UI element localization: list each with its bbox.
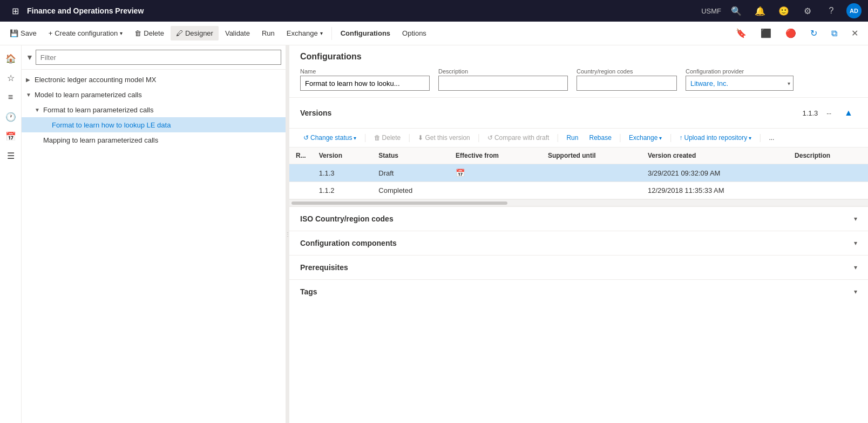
cell-status-2: Completed <box>372 182 449 199</box>
sidebar-item-format-parameterized[interactable]: ▼ Format to learn parameterized calls <box>22 102 286 117</box>
options-button[interactable]: Options <box>397 26 432 41</box>
config-provider-field: Configuration provider Litware, Inc. ▾ <box>686 68 794 91</box>
iso-title: ISO Country/region codes <box>300 214 394 223</box>
badge-button[interactable]: 🔴 <box>780 25 802 42</box>
toolbar-sep-3: | <box>478 133 480 143</box>
toolbar-sep-5: | <box>619 133 621 143</box>
nav-list-button[interactable]: ☰ <box>2 147 19 164</box>
col-status: Status <box>372 147 449 164</box>
components-title: Configuration components <box>300 239 397 247</box>
sidebar-item-mapping-parameterized[interactable]: Mapping to learn parameterized calls <box>22 132 286 147</box>
config-provider-select[interactable]: Litware, Inc. <box>686 76 794 91</box>
versions-run-button[interactable]: Run <box>563 132 581 144</box>
versions-collapse-button[interactable]: ▲ <box>840 104 857 122</box>
filter-input[interactable] <box>36 50 281 65</box>
tree-view: ▶ Electronic ledger accounting model MX … <box>22 70 286 423</box>
tags-section: Tags ▾ <box>289 279 868 304</box>
name-input[interactable] <box>300 76 430 91</box>
upload-repo-button[interactable]: ↑ Upload into repository ▾ <box>676 132 755 144</box>
apps-button[interactable]: ⊞ <box>6 2 24 19</box>
components-section: Configuration components ▾ <box>289 231 868 255</box>
save-button[interactable]: 💾 Save <box>4 26 42 41</box>
left-nav-icons: 🏠 ☆ ≡ 🕐 📅 ☰ <box>0 45 22 423</box>
more-options-button[interactable]: ... <box>765 132 777 144</box>
title-bar: ⊞ Finance and Operations Preview USMF 🔍 … <box>0 0 868 22</box>
toolbar-sep-2: | <box>408 133 410 143</box>
notifications-button[interactable]: 🔔 <box>751 2 769 19</box>
designer-icon: 🖊 <box>176 29 183 37</box>
sidebar-item-model-parameterized[interactable]: ▼ Model to learn parameterized calls <box>22 87 286 102</box>
get-version-button[interactable]: ⬇ Get this version <box>415 132 473 144</box>
col-description: Description <box>788 147 868 164</box>
toolbar-right-icons: 🔖 ⬛ 🔴 ↻ ⧉ ✕ <box>730 25 864 42</box>
title-bar-left: ⊞ Finance and Operations Preview <box>6 2 697 19</box>
prerequisites-section-header[interactable]: Prerequisites ▾ <box>289 256 868 279</box>
sidebar-item-format-lookup[interactable]: Format to learn how to lookup LE data <box>22 117 286 132</box>
validate-button[interactable]: Validate <box>220 26 255 41</box>
cell-r-2 <box>289 182 313 199</box>
versions-table-body: 1.1.3 Draft 📅 3/29/2021 09:32:09 AM 1.1. <box>289 164 868 199</box>
title-bar-right: USMF 🔍 🔔 🙂 ⚙ ? AD <box>701 2 862 19</box>
create-config-button[interactable]: + Create configuration ▾ <box>43 26 128 41</box>
bookmark-button[interactable]: 🔖 <box>730 25 752 42</box>
versions-exchange-button[interactable]: Exchange ▾ <box>626 132 665 144</box>
sidebar-filter-area: ▼ <box>22 45 286 70</box>
horizontal-scrollbar[interactable] <box>289 199 868 206</box>
components-section-header[interactable]: Configuration components ▾ <box>289 231 868 255</box>
new-window-button[interactable]: ⧉ <box>826 25 843 42</box>
search-button[interactable]: 🔍 <box>728 2 745 19</box>
panel-button[interactable]: ⬛ <box>755 25 777 42</box>
iso-section-header[interactable]: ISO Country/region codes ▾ <box>289 207 868 231</box>
delete-icon: 🗑 <box>374 134 381 142</box>
delete-button[interactable]: 🗑 Delete <box>129 26 169 41</box>
user-avatar[interactable]: AD <box>846 3 862 18</box>
tags-section-header[interactable]: Tags ▾ <box>289 280 868 304</box>
app-title: Finance and Operations Preview <box>27 6 144 15</box>
scroll-thumb[interactable] <box>291 202 507 205</box>
refresh-button[interactable]: ↻ <box>805 25 823 42</box>
config-provider-label: Configuration provider <box>686 68 794 75</box>
cell-supported-2 <box>541 182 641 199</box>
nav-clock-button[interactable]: 🕐 <box>2 108 19 125</box>
page-title: Configurations <box>300 52 857 62</box>
feedback-button[interactable]: 🙂 <box>775 2 792 19</box>
config-provider-wrapper: Litware, Inc. ▾ <box>686 76 794 91</box>
version-separator: -- <box>826 109 831 117</box>
country-region-input[interactable] <box>577 76 677 91</box>
versions-section: Versions 1.1.3 -- ▲ ↺ Change status ▾ | … <box>289 98 868 206</box>
versions-delete-button[interactable]: 🗑 Delete <box>371 132 404 144</box>
versions-table: R... Version Status Effective from Suppo… <box>289 147 868 199</box>
table-row[interactable]: 1.1.2 Completed 12/29/2018 11:35:33 AM <box>289 182 868 199</box>
cell-r-1 <box>289 164 313 182</box>
versions-header-controls: 1.1.3 -- ▲ <box>802 104 857 122</box>
cell-desc-2 <box>788 182 868 199</box>
compare-draft-button[interactable]: ↺ Compare with draft <box>484 132 552 144</box>
close-content-button[interactable]: ✕ <box>846 25 864 42</box>
cmd-separator-1 <box>331 27 332 40</box>
designer-button[interactable]: 🖊 Designer <box>171 26 219 41</box>
configurations-button[interactable]: Configurations <box>335 26 396 41</box>
prerequisites-section: Prerequisites ▾ <box>289 255 868 279</box>
description-label: Description <box>438 68 568 75</box>
version-badge: 1.1.3 <box>802 109 818 117</box>
change-status-button[interactable]: ↺ Change status ▾ <box>300 132 360 144</box>
table-row[interactable]: 1.1.3 Draft 📅 3/29/2021 09:32:09 AM <box>289 164 868 182</box>
tree-expand-icon-3: ▼ <box>35 107 41 113</box>
nav-star-button[interactable]: ☆ <box>2 69 19 86</box>
nav-calendar-button[interactable]: 📅 <box>2 127 19 145</box>
settings-button[interactable]: ⚙ <box>799 2 816 19</box>
help-button[interactable]: ? <box>823 2 840 19</box>
versions-table-head: R... Version Status Effective from Suppo… <box>289 147 868 164</box>
tree-expand-icon: ▶ <box>26 77 32 83</box>
country-region-label: Country/region codes <box>577 68 677 75</box>
upload-icon: ↑ <box>680 134 683 142</box>
description-input[interactable] <box>438 76 568 91</box>
change-status-chevron: ▾ <box>354 135 356 141</box>
run-button[interactable]: Run <box>256 26 280 41</box>
calendar-icon[interactable]: 📅 <box>456 169 465 177</box>
rebase-button[interactable]: Rebase <box>586 132 614 144</box>
nav-home-button[interactable]: 🏠 <box>2 50 19 67</box>
nav-lines-button[interactable]: ≡ <box>2 89 19 106</box>
exchange-button[interactable]: Exchange ▾ <box>281 26 328 41</box>
sidebar-item-electronic-ledger[interactable]: ▶ Electronic ledger accounting model MX <box>22 72 286 87</box>
